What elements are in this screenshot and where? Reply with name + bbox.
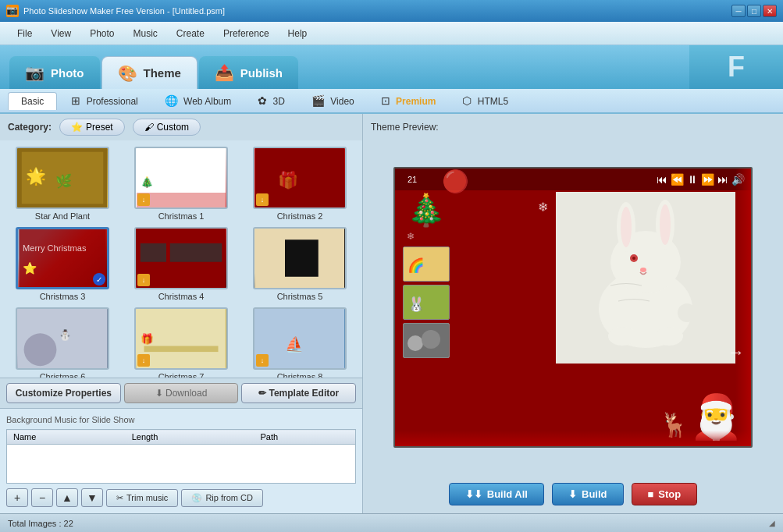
theme-item-xmas4[interactable]: ↓ Christmas 4 [125, 227, 237, 301]
menu-music[interactable]: Music [124, 25, 167, 42]
download-button[interactable]: ⬇ Download [124, 383, 239, 403]
build-button[interactable]: ⬇ Build [552, 483, 624, 505]
bottom-border-deco [395, 431, 751, 446]
theme-item-xmas3[interactable]: Merry Christmas ⭐ ✓ Christmas 3 [6, 227, 119, 301]
sub-tab-bar: Basic ⊞ Professional 🌐 Web Album ✿ 3D 🎬 … [0, 89, 783, 114]
html5-icon: ⬡ [462, 94, 472, 107]
download-badge-xmas4: ↓ [137, 274, 150, 286]
minimize-button[interactable]: ─ [731, 5, 746, 17]
stop-button[interactable]: ■ Stop [632, 483, 698, 505]
nav-play-icon[interactable]: ⏸ [687, 173, 698, 186]
app-icon: 📷 [6, 5, 19, 17]
subtab-basic[interactable]: Basic [8, 92, 57, 110]
music-move-down-button[interactable]: ▼ [81, 488, 103, 507]
music-move-up-button[interactable]: ▲ [56, 488, 78, 507]
theme-tab-icon: 🎨 [118, 64, 137, 83]
menu-preference[interactable]: Preference [214, 25, 279, 42]
music-table: Name Length Path [6, 429, 356, 484]
svg-text:🌈: 🌈 [408, 256, 425, 273]
theme-thumb-xmas2: 🎁 ↓ [253, 147, 347, 209]
christmas-balls-deco: 🔴 [442, 168, 469, 194]
music-col-name: Name [7, 430, 126, 445]
theme-thumb-xmas4: ↓ [134, 227, 228, 289]
theme-grid: 🌟 🌿 Star And Plant 🎄 [6, 147, 356, 378]
preset-tab[interactable]: ⭐ Preset [59, 119, 125, 136]
small-photo-3 [403, 323, 450, 358]
nav-next-icon[interactable]: ⏭ [717, 173, 728, 186]
nav-prev-frame-icon[interactable]: ⏪ [671, 173, 684, 186]
svg-rect-16 [196, 243, 222, 262]
category-header: Category: ⭐ Preset 🖌 Custom [0, 114, 362, 140]
menu-help[interactable]: Help [279, 25, 317, 42]
subtab-html5[interactable]: ⬡ HTML5 [450, 91, 521, 110]
small-photos: 🌈 🐰 [403, 246, 450, 358]
subtab-professional[interactable]: ⊞ Professional [59, 91, 150, 110]
svg-text:⛄: ⛄ [59, 328, 72, 342]
nav-prev-icon[interactable]: ⏮ [657, 173, 667, 186]
download-badge-xmas2: ↓ [256, 193, 269, 206]
svg-point-37 [608, 327, 636, 346]
stop-icon: ■ [648, 488, 654, 500]
snowflake-deco-1: ❄ [538, 200, 548, 215]
theme-item-star-plant[interactable]: 🌟 🌿 Star And Plant [6, 147, 119, 221]
app-title: Photo Slideshow Maker Free Version - [Un… [23, 6, 731, 16]
3d-icon: ✿ [258, 94, 267, 107]
customize-properties-button[interactable]: Customize Properties [6, 383, 121, 403]
theme-label-xmas7: Christmas 7 [158, 372, 205, 378]
theme-label-xmas4: Christmas 4 [158, 292, 205, 301]
svg-point-46 [422, 330, 440, 349]
theme-item-xmas5[interactable]: Christmas 5 [244, 227, 356, 301]
svg-point-45 [408, 335, 423, 351]
svg-point-33 [660, 204, 671, 245]
menu-create[interactable]: Create [167, 25, 214, 42]
theme-item-xmas7[interactable]: 🎁 ↓ Christmas 7 [125, 307, 237, 378]
premium-label: Premium [396, 96, 436, 107]
menu-file[interactable]: File [8, 25, 41, 42]
template-editor-button[interactable]: ✏ Template Editor [241, 383, 356, 403]
music-section-label: Background Music for Slide Show [6, 415, 356, 424]
tab-photo[interactable]: 📷 Photo [9, 56, 100, 89]
subtab-3d[interactable]: ✿ 3D [245, 91, 297, 110]
cd-icon: 💿 [191, 493, 202, 503]
theme-item-xmas8[interactable]: ⛵ ↓ Christmas 8 [244, 307, 356, 378]
rabbit-svg [556, 192, 735, 364]
resize-handle[interactable]: ◢ [769, 519, 775, 527]
theme-label-xmas8: Christmas 8 [277, 372, 323, 378]
html5-label: HTML5 [478, 96, 508, 107]
music-remove-button[interactable]: − [31, 488, 53, 507]
build-all-button[interactable]: ⬇⬇ Build All [449, 483, 544, 505]
restore-button[interactable]: □ [747, 5, 761, 17]
menu-view[interactable]: View [41, 25, 80, 42]
video-icon: 🎬 [311, 94, 325, 107]
trim-music-button[interactable]: ✂ Trim music [106, 489, 178, 507]
theme-item-xmas2[interactable]: 🎁 ↓ Christmas 2 [244, 147, 356, 221]
close-button[interactable]: ✕ [763, 5, 777, 17]
theme-item-xmas6[interactable]: ⛄ Christmas 6 [6, 307, 119, 378]
star-icon: ⭐ [71, 122, 83, 133]
tab-publish[interactable]: 📤 Publish [199, 56, 298, 89]
theme-item-xmas1[interactable]: 🎄 ↓ Christmas 1 [125, 147, 237, 221]
svg-point-31 [621, 207, 632, 247]
rip-cd-button[interactable]: 💿 Rip from CD [181, 489, 263, 507]
preview-label: Theme Preview: [371, 122, 775, 133]
build-all-icon: ⬇⬇ [465, 488, 482, 500]
svg-rect-8 [255, 148, 344, 207]
subtab-video[interactable]: 🎬 Video [299, 91, 367, 110]
svg-point-39 [678, 303, 696, 322]
build-label: Build [582, 488, 607, 500]
menu-photo[interactable]: Photo [80, 25, 123, 42]
download-badge-xmas1: ↓ [137, 193, 150, 206]
small-photo-1: 🌈 [403, 246, 450, 282]
svg-point-20 [24, 333, 57, 366]
subtab-premium[interactable]: ⊡ Premium [368, 91, 449, 110]
tab-theme[interactable]: 🎨 Theme [101, 56, 198, 89]
custom-tab[interactable]: 🖌 Custom [133, 119, 201, 136]
photo-tab-icon: 📷 [25, 63, 44, 82]
music-add-button[interactable]: + [6, 488, 28, 507]
publish-tab-icon: 📤 [215, 63, 234, 82]
subtab-web-album[interactable]: 🌐 Web Album [152, 91, 244, 110]
theme-label-star-plant: Star And Plant [35, 211, 90, 221]
download-badge-xmas7: ↓ [137, 354, 150, 367]
publish-tab-label: Publish [240, 66, 283, 80]
nav-next-frame-icon[interactable]: ⏩ [701, 173, 714, 186]
